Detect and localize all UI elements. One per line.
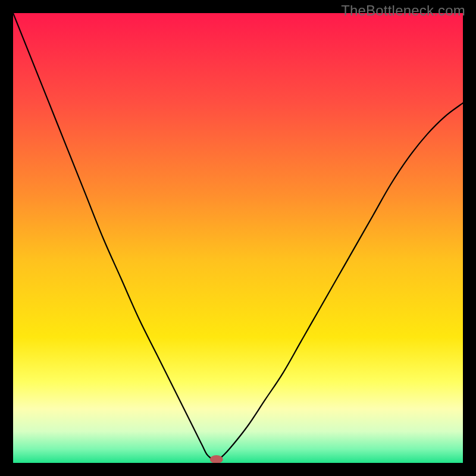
watermark-text: TheBottleneck.com: [341, 2, 465, 19]
chart-plot-area: [13, 13, 463, 463]
chart-frame: TheBottleneck.com: [0, 0, 476, 476]
chart-background: [13, 13, 463, 463]
chart-svg: [13, 13, 463, 463]
